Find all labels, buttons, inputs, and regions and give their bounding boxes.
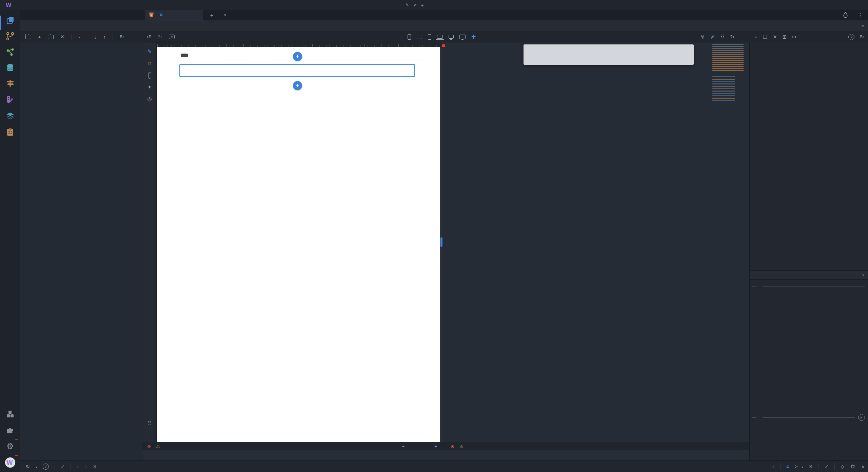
quick-actions-icon[interactable]: ↯ xyxy=(701,34,705,40)
insert-after-button[interactable]: + xyxy=(293,81,302,90)
tab-test-html[interactable]: 5 xyxy=(145,10,203,20)
text-format-icon[interactable]: tT xyxy=(142,58,157,68)
delete-component-icon[interactable]: ✕ xyxy=(773,34,777,40)
rail-connections-icon[interactable] xyxy=(5,47,16,58)
get-button[interactable]: ↓ xyxy=(77,464,79,469)
rail-wappler-pro-icon[interactable]: W xyxy=(5,457,16,468)
download-icon[interactable]: ↓ xyxy=(94,34,97,40)
code-refresh-icon[interactable]: ↻ xyxy=(730,34,734,40)
more-tabs-icon[interactable]: » xyxy=(862,23,864,28)
rail-database-icon[interactable] xyxy=(5,62,16,73)
highlight-box-code xyxy=(442,44,445,47)
preview-eye-icon[interactable]: ◎ xyxy=(142,94,157,104)
rail-design-icon[interactable] xyxy=(5,94,16,105)
target-selector[interactable]: ▾ xyxy=(36,464,37,469)
rail-extensions-icon[interactable] xyxy=(5,425,16,436)
history-toolbar: ↺ ↻ xyxy=(147,31,175,42)
breadcrumb xyxy=(142,450,749,460)
section-auto-complete-properties: ✕ xyxy=(750,414,868,421)
refresh-files-icon[interactable]: ↻ xyxy=(120,34,124,40)
edit-project-icon[interactable]: ✎ xyxy=(406,3,409,7)
zoom-out-button[interactable]: − xyxy=(402,444,405,449)
app-structure-tree xyxy=(750,42,868,44)
insert-before-button[interactable]: + xyxy=(293,52,302,61)
terminal-button[interactable]: >_ ▾ xyxy=(795,464,803,469)
rail-git-icon[interactable] xyxy=(5,31,16,42)
system-check-button[interactable]: ✓ xyxy=(825,464,829,469)
design-canvas[interactable]: + + xyxy=(157,47,440,442)
grid-toggle-icon[interactable]: ⠿ xyxy=(142,418,157,428)
new-folder-icon[interactable] xyxy=(48,35,54,39)
code-editor[interactable] xyxy=(442,42,749,442)
target-ok-icon: ✓ xyxy=(43,464,49,470)
delete-file-icon[interactable]: ✕ xyxy=(60,34,65,40)
redo-icon[interactable]: ↻ xyxy=(158,34,162,40)
help-icon[interactable]: ? xyxy=(848,34,854,40)
edit-mode-icon[interactable]: ✎ xyxy=(142,46,157,57)
measure-icon[interactable] xyxy=(142,70,157,80)
new-file-icon[interactable]: + xyxy=(38,34,41,40)
modified-indicator xyxy=(160,14,162,16)
left-rail: ⚙ W xyxy=(0,10,20,472)
new-tab-button[interactable]: + xyxy=(210,12,213,18)
debug-bug-icon[interactable] xyxy=(850,464,855,470)
structure-refresh-icon[interactable]: ↻ xyxy=(860,34,864,40)
add-component-icon[interactable]: + xyxy=(754,34,757,40)
undo-icon[interactable]: ↺ xyxy=(147,34,151,40)
zoom-in-button[interactable]: + xyxy=(434,444,437,449)
target-refresh-icon[interactable]: ↻ xyxy=(26,464,30,469)
project-switcher[interactable]: ✎ ∨ + xyxy=(401,0,424,10)
put-button[interactable]: ↑ xyxy=(85,464,87,469)
rail-experimental-icon[interactable]: ⚙ xyxy=(5,441,16,452)
components-library-icon[interactable]: ⊞ xyxy=(783,34,787,40)
right-panel-tabs xyxy=(751,20,771,31)
theme-droplet-icon[interactable] xyxy=(843,12,848,20)
selected-text-input[interactable] xyxy=(179,64,415,77)
device-phone-large-icon[interactable] xyxy=(428,34,431,40)
clear-output-icon[interactable]: ◇ xyxy=(841,464,844,469)
abort-button[interactable]: ✕ xyxy=(93,464,97,469)
device-tablet-icon[interactable] xyxy=(417,35,422,39)
upload-icon[interactable]: ↑ xyxy=(103,34,106,40)
publish-button[interactable]: ↑ xyxy=(772,464,774,469)
collapse-panel-icon[interactable]: ∧ xyxy=(861,464,865,469)
tab-list-chevron-icon[interactable]: ∨ xyxy=(224,13,226,17)
svg-text:W: W xyxy=(6,459,13,466)
rail-tasks-icon[interactable] xyxy=(5,126,16,137)
device-toolbar: ✚ xyxy=(408,31,476,42)
share-code-icon[interactable]: ⇗ xyxy=(711,34,715,40)
svg-text:W: W xyxy=(6,2,12,8)
device-desktop-icon[interactable] xyxy=(449,35,454,39)
magic-wand-icon[interactable]: ✦ xyxy=(142,82,157,92)
screenshot-icon[interactable] xyxy=(169,35,175,39)
output-button[interactable]: ≡ xyxy=(786,464,789,469)
close-panel-icon[interactable]: ✕ xyxy=(809,464,813,469)
design-ruler xyxy=(157,42,442,47)
toolbars: + ✕ ▾ ↓ ↑ ↻ ↺ ↻ ✚ ↯ ⇗ ⠿ ↻ + ❏ ✕ ⊞ ↦ ? xyxy=(20,31,868,42)
properties-chevron-icon[interactable]: ∨ xyxy=(862,273,864,277)
rail-routing-icon[interactable] xyxy=(5,78,16,89)
code-minimap[interactable] xyxy=(712,44,744,103)
file-tree xyxy=(20,42,142,44)
rail-layers-icon[interactable] xyxy=(5,111,16,121)
move-component-icon[interactable]: ↦ xyxy=(792,34,796,40)
remove-autocomplete-icon[interactable]: ✕ xyxy=(858,414,865,421)
device-phone-icon[interactable] xyxy=(408,34,411,40)
app-structure-toolbar: + ❏ ✕ ⊞ ↦ xyxy=(754,31,796,42)
check-button[interactable]: ✓ xyxy=(61,464,65,469)
code-warning-icon: ⚠ xyxy=(459,444,463,449)
storage-dropdown[interactable]: ▾ xyxy=(78,34,80,39)
device-laptop-icon[interactable] xyxy=(437,35,443,39)
code-toolbar: ↯ ⇗ ⠿ ↻ xyxy=(701,31,734,42)
code-grid-icon[interactable]: ⠿ xyxy=(721,34,724,40)
open-folder-icon[interactable] xyxy=(25,35,31,39)
pane-resize-grip[interactable] xyxy=(440,237,442,247)
duplicate-component-icon[interactable]: ❏ xyxy=(763,34,767,40)
add-project-icon[interactable]: + xyxy=(421,2,424,8)
more-menu-icon[interactable]: ⋮ xyxy=(858,12,863,18)
device-fluid-icon[interactable]: ✚ xyxy=(471,34,476,40)
device-desktop-large-icon[interactable] xyxy=(459,35,466,39)
rail-packages-icon[interactable] xyxy=(5,409,16,419)
rail-file-manager-icon[interactable] xyxy=(5,15,16,26)
chevron-down-icon[interactable]: ∨ xyxy=(413,3,416,7)
